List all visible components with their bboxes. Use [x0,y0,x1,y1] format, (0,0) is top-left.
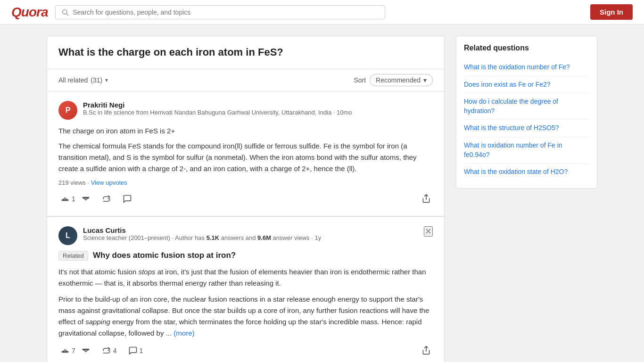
question-card: What is the charge on each iron atom in … [47,36,445,69]
downvote-icon [81,194,91,204]
author-row-2: L Lucas Curtis Science teacher (2001–pre… [58,226,433,245]
action-bar-2: 7 4 [58,344,433,358]
svg-rect-3 [83,197,89,198]
question-title: What is the charge on each iron atom in … [58,46,433,59]
main-container: What is the charge on each iron atom in … [39,36,605,362]
related-questions-title: Related questions [464,44,589,52]
reshare-button-1[interactable] [100,192,113,206]
answer-body-2a: It's not that atomic fusion stops at iro… [58,266,433,289]
share-button-2[interactable] [420,344,433,358]
sort-area: Sort Recommended ▾ [354,74,433,86]
author-creds-lucas: Science teacher (2001–present) · Author … [83,234,418,241]
downvote-button-1[interactable] [79,192,92,206]
reshare-count-2: 4 [113,347,117,354]
author-name-prakriti[interactable]: Prakriti Negi [83,101,433,109]
svg-rect-4 [62,352,68,353]
downvote-button-2[interactable] [79,344,92,357]
author-row-1: P Prakriti Negi B.Sc in life science fro… [58,101,433,120]
comment-icon [123,194,132,204]
action-bar-1: 1 [58,192,433,206]
related-question-header: Related Why does atomic fusion stop at i… [58,251,433,261]
sort-dropdown[interactable]: Recommended ▾ [370,74,433,86]
upvote-icon-2 [60,346,70,355]
downvote-icon-2 [81,346,91,355]
search-input[interactable] [73,8,379,16]
related-question-title[interactable]: Why does atomic fusion stop at iron? [93,251,236,260]
all-related-count: (31) [91,76,102,84]
answer-card-2: L Lucas Curtis Science teacher (2001–pre… [47,216,445,362]
content-area: What is the charge on each iron atom in … [47,36,445,362]
all-related-label: All related [58,76,88,84]
views-count-1: 219 views [58,179,86,186]
author-info-1: Prakriti Negi B.Sc in life science from … [83,101,433,116]
all-related-filter[interactable]: All related (31) ▾ [58,76,108,84]
answer-body-2b: Prior to the build-up of an iron core, t… [58,294,433,339]
upvote-group-2: 7 [58,344,92,357]
upvote-icon [60,194,70,204]
more-link[interactable]: (more) [173,329,194,337]
related-link-2[interactable]: How do i calculate the degree of hydrati… [464,93,589,120]
reshare-icon-2 [102,346,111,355]
related-link-0[interactable]: What is the oxidation number of Fe? [464,59,589,76]
header: Quora Sign In [0,0,644,25]
quora-logo: Quora [11,5,48,20]
reshare-icon [102,194,111,204]
share-button-1[interactable] [420,192,433,206]
avatar-lucas: L [58,226,77,245]
related-link-5[interactable]: What is the oxidation state of H2O? [464,164,589,181]
comment-icon-2 [128,346,138,355]
answer-card-1: P Prakriti Negi B.Sc in life science fro… [47,91,445,216]
search-icon [61,8,69,16]
avatar-prakriti: P [58,101,77,120]
related-link-1[interactable]: Does iron exist as Fe or Fe2? [464,76,589,94]
comment-button-2[interactable]: 1 [126,344,145,357]
upvote-group-1: 1 [58,192,92,206]
upvote-count-2: 7 [72,347,75,354]
related-tag: Related [58,251,88,261]
author-creds-prakriti: B.Sc in life science from Hemvati Nandan… [83,109,433,116]
comment-count-2: 1 [140,347,143,354]
share-icon [421,194,431,203]
upvote-button-2[interactable]: 7 [58,344,77,357]
answer-body-1: The chemical formula FeS stands for the … [58,140,433,174]
sign-in-button[interactable]: Sign In [590,4,633,20]
reshare-button-2[interactable]: 4 [100,344,119,357]
search-bar[interactable] [55,5,385,19]
dismiss-button-2[interactable]: ✕ [424,226,433,237]
svg-rect-5 [83,349,89,350]
related-link-3[interactable]: What is the structure of H2SO5? [464,120,589,137]
sort-chevron-icon: ▾ [423,76,427,84]
sidebar: Related questions What is the oxidation … [456,36,597,362]
related-questions-card: Related questions What is the oxidation … [456,36,597,189]
filter-chevron-icon: ▾ [105,77,108,83]
view-upvotes-link-1[interactable]: View upvotes [91,179,127,186]
sort-value: Recommended [376,76,421,84]
author-name-lucas[interactable]: Lucas Curtis [83,226,418,234]
related-link-4[interactable]: What is oxidation number of Fe in fe0.94… [464,137,589,164]
answer-summary-1: The charge on iron atom in FeS is 2+ [58,125,433,137]
upvote-count-1: 1 [72,195,75,203]
svg-line-1 [66,14,68,16]
svg-rect-2 [62,200,68,201]
share-icon-2 [421,346,431,355]
answer-meta-1: 219 views · View upvotes [58,179,433,186]
comment-button-1[interactable] [121,192,134,206]
sort-label: Sort [354,76,366,84]
author-info-2: Lucas Curtis Science teacher (2001–prese… [83,226,418,241]
filter-bar: All related (31) ▾ Sort Recommended ▾ [47,69,445,91]
upvote-button-1[interactable]: 1 [58,192,77,206]
